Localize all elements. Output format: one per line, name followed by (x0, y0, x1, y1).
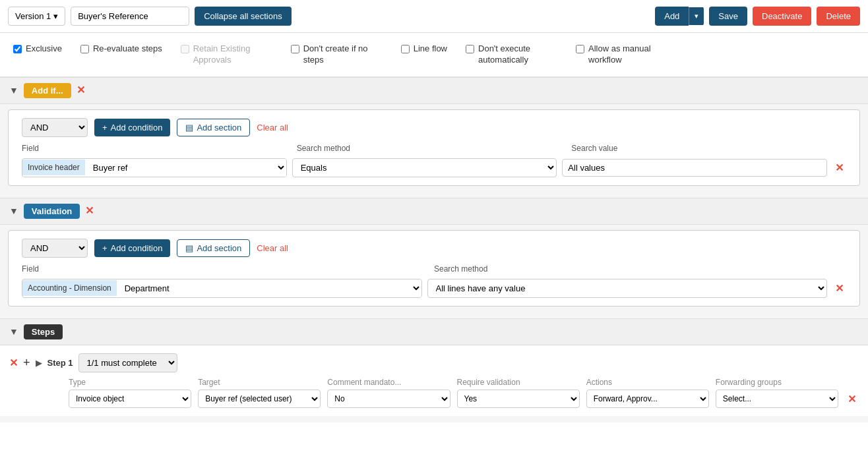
step-1-completion-select[interactable]: 1/1 must complete Any must complete All … (78, 353, 177, 372)
validation-method-select[interactable]: All lines have any value Equals Contains (427, 279, 828, 298)
validation-field-tag: Accounting - Dimension (22, 280, 117, 296)
validation-body: AND OR + Add condition ▤ Add section Cle… (0, 230, 868, 318)
version-label: Version 1 (15, 11, 51, 21)
validation-field-group: Accounting - Dimension Department (22, 279, 422, 298)
validation-add-condition-button[interactable]: + Add condition (94, 239, 170, 257)
version-arrow-icon: ▾ (53, 11, 58, 21)
deactivate-button[interactable]: Deactivate (753, 7, 811, 26)
addif-condition-area: AND OR + Add condition ▤ Add section Cle… (8, 109, 860, 186)
step-actions-select[interactable]: Forward, Approv... Approve only All acti… (586, 390, 709, 408)
step-type-label: Type (69, 378, 191, 387)
steps-body: ✕ + ▶ Step 1 1/1 must complete Any must … (0, 345, 868, 423)
validation-header: ▼ Validation ✕ (0, 198, 868, 225)
save-button[interactable]: Save (709, 7, 747, 26)
retain-checkbox[interactable] (181, 45, 189, 53)
steps-header: ▼ Steps (0, 319, 868, 345)
step-1-row: ✕ + ▶ Step 1 1/1 must complete Any must … (9, 353, 859, 372)
step-1-label: Step 1 (47, 358, 73, 368)
addif-field-tag: Invoice header (22, 160, 85, 175)
addif-add-condition-button[interactable]: + Add condition (94, 119, 170, 136)
validation-condition-toolbar: AND OR + Add condition ▤ Add section Cle… (22, 239, 846, 258)
addif-search-method-label: Search method (297, 144, 567, 153)
validation-close-button[interactable]: ✕ (85, 206, 94, 216)
validation-add-section-button[interactable]: ▤ Add section (177, 239, 250, 257)
addif-add-condition-label: Add condition (111, 123, 163, 132)
validation-badge[interactable]: Validation (24, 204, 80, 219)
nocreate-checkbox[interactable] (291, 45, 299, 53)
addif-body: AND OR + Add condition ▤ Add section Cle… (0, 109, 868, 198)
step-target-select[interactable]: Buyer ref (selected user) Specific user … (198, 390, 321, 408)
step-comment-col: Comment mandato... No Yes (327, 378, 450, 408)
steps-collapse-button[interactable]: ▼ (9, 326, 18, 337)
step-comment-select[interactable]: No Yes (327, 390, 450, 408)
option-noexecute: Don't execute automatically (466, 44, 557, 66)
plus-icon: + (102, 123, 108, 132)
validation-clear-all-button[interactable]: Clear all (257, 243, 288, 253)
validation-search-method-label: Search method (434, 264, 841, 274)
step-detail-remove-button[interactable]: ✕ (845, 393, 859, 405)
delete-button[interactable]: Delete (817, 7, 860, 26)
option-manual: Allow as manual workflow (576, 44, 667, 66)
manual-checkbox[interactable] (576, 45, 584, 53)
step-comment-label: Comment mandato... (327, 378, 450, 387)
retain-label: Retain Existing Approvals (193, 44, 272, 66)
plus-icon-2: + (102, 243, 108, 253)
addif-condition-remove-button[interactable]: ✕ (832, 161, 846, 174)
addif-logic-select[interactable]: AND OR (22, 118, 88, 137)
version-button[interactable]: Version 1 ▾ (8, 7, 65, 26)
addif-field-label: Field (22, 144, 292, 153)
lineflow-label: Line flow (414, 44, 447, 55)
validation-field-select[interactable]: Department (117, 279, 421, 297)
option-lineflow: Line flow (401, 44, 447, 55)
addif-condition-toolbar: AND OR + Add condition ▤ Add section Cle… (22, 118, 846, 137)
addif-header: ▼ Add if... ✕ (0, 78, 868, 104)
steps-badge[interactable]: Steps (24, 324, 63, 339)
addif-section: ▼ Add if... ✕ AND OR + Add condition ▤ A… (0, 77, 868, 198)
exclusive-checkbox[interactable] (13, 45, 22, 53)
title-input[interactable] (71, 7, 189, 26)
validation-collapse-button[interactable]: ▼ (9, 206, 18, 216)
step-1-remove-button[interactable]: ✕ (9, 357, 18, 369)
step-1-details: Type Invoice object User Role Target Buy… (69, 378, 859, 408)
option-nocreate: Don't create if no steps (291, 44, 383, 66)
add-dropdown-arrow[interactable]: ▾ (689, 7, 704, 25)
step-require-select[interactable]: Yes No (457, 390, 580, 408)
noexecute-checkbox[interactable] (466, 45, 474, 53)
addif-value-input[interactable] (562, 159, 827, 177)
step-1-add-button[interactable]: + (23, 356, 30, 370)
addif-field-group: Invoice header Buyer ref (22, 158, 287, 177)
validation-section: ▼ Validation ✕ AND OR + Add condition ▤ … (0, 198, 868, 318)
lineflow-checkbox[interactable] (401, 45, 410, 53)
options-row: Exclusive Re-evaluate steps Retain Exist… (0, 33, 868, 77)
add-button[interactable]: Add (655, 7, 689, 26)
option-reevaluate: Re-evaluate steps (80, 44, 162, 55)
nocreate-label: Don't create if no steps (303, 44, 383, 66)
collapse-all-button[interactable]: Collapse all sections (195, 7, 292, 26)
steps-area: ✕ + ▶ Step 1 1/1 must complete Any must … (0, 345, 868, 416)
addif-add-section-button[interactable]: ▤ Add section (177, 119, 250, 136)
step-actions-col: Actions Forward, Approv... Approve only … (586, 378, 709, 408)
option-retain: Retain Existing Approvals (181, 44, 272, 66)
addif-collapse-button[interactable]: ▼ (9, 85, 18, 96)
addif-close-button[interactable]: ✕ (77, 85, 85, 96)
option-exclusive: Exclusive (13, 44, 62, 55)
step-1-play-button[interactable]: ▶ (36, 358, 42, 368)
step-forwarding-select[interactable]: Select... (716, 390, 838, 408)
step-forwarding-col: Forwarding groups Select... (716, 378, 838, 408)
addif-badge[interactable]: Add if... (24, 83, 71, 98)
exclusive-label: Exclusive (26, 44, 62, 55)
reevaluate-checkbox[interactable] (80, 45, 89, 53)
validation-add-condition-label: Add condition (111, 243, 163, 253)
addif-method-select[interactable]: Equals Contains Starts with (292, 158, 557, 177)
step-remove-col: ✕ (845, 393, 859, 408)
addif-clear-all-button[interactable]: Clear all (257, 123, 288, 132)
section-icon-2: ▤ (185, 243, 193, 253)
toolbar: Version 1 ▾ Collapse all sections Add ▾ … (0, 0, 868, 33)
validation-condition-remove-button[interactable]: ✕ (832, 282, 846, 295)
step-actions-label: Actions (586, 378, 709, 387)
addif-field-select[interactable]: Buyer ref (85, 159, 286, 177)
validation-add-section-label: Add section (197, 243, 241, 253)
validation-logic-select[interactable]: AND OR (22, 239, 88, 258)
step-type-select[interactable]: Invoice object User Role (69, 390, 191, 408)
addif-add-section-label: Add section (197, 123, 241, 132)
